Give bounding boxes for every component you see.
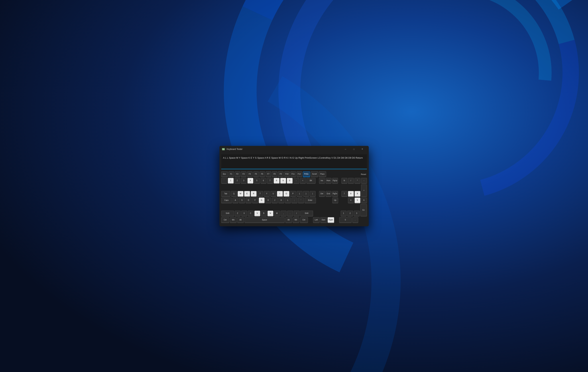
key-f12[interactable]: F12 [297,171,302,177]
key-num-8[interactable]: 8 [348,191,354,197]
key-f8[interactable]: F8 [272,171,277,177]
key-num-4[interactable]: 4 [348,198,354,203]
key-a[interactable]: A [232,198,238,203]
key-pagedown[interactable]: PgDn [332,191,338,197]
key-5[interactable]: 5 [254,178,260,184]
key-space[interactable]: Space [245,217,285,223]
key-win-right[interactable]: Wii [293,217,299,223]
key-tab[interactable]: Tab [221,191,230,197]
key-f[interactable]: F [252,198,258,203]
maximize-button[interactable]: □ [350,146,358,152]
key-quote[interactable]: ' [298,198,304,203]
key-shift-right[interactable]: Shift [300,211,313,216]
key-backtick[interactable]: ` [221,178,227,184]
key-f10[interactable]: F10 [284,171,290,177]
key-x[interactable]: X [241,211,247,216]
key-f9[interactable]: F9 [278,171,284,177]
key-z[interactable]: Z [235,211,241,216]
key-lbracket[interactable]: { [297,191,303,197]
key-num-multiply[interactable]: * [355,178,360,184]
key-right-arrow[interactable]: Right [328,217,334,223]
key-t[interactable]: T [257,191,263,197]
key-o[interactable]: O [284,191,289,197]
key-c[interactable]: C [248,211,254,216]
key-enter[interactable]: Enter [305,198,316,203]
key-4[interactable]: 4 [247,178,253,184]
key-period[interactable]: . [287,211,293,216]
key-num-enter[interactable]: En [360,204,367,216]
key-q[interactable]: Q [231,191,237,197]
key-f1[interactable]: F1 [229,171,234,177]
key-insert[interactable]: Ins [319,178,325,184]
key-u[interactable]: U [270,191,276,197]
key-num-0[interactable]: 0 [339,217,352,223]
key-3[interactable]: 3 [241,178,247,184]
key-num-6[interactable]: 6 [361,198,367,203]
key-num-5[interactable]: 5 [355,198,360,203]
minimize-button[interactable]: ─ [341,146,350,152]
key-e[interactable]: E [244,191,250,197]
key-f7[interactable]: F7 [266,171,271,177]
key-forwardslash[interactable]: / [294,211,300,216]
key-comma[interactable]: , [281,211,286,216]
key-s[interactable]: S [239,198,245,203]
key-num-2[interactable]: 2 [347,211,353,216]
key-win-left[interactable]: Wii [230,217,237,223]
key-rbracket[interactable]: } [303,191,309,197]
key-alt-right[interactable]: Alt [285,217,292,223]
key-v[interactable]: V [254,211,260,216]
key-pageup[interactable]: PgUp [332,178,338,184]
key-up-nav[interactable]: Up [332,198,338,203]
key-delete[interactable]: Del [319,191,325,197]
key-ctrl-left[interactable]: Ctrl [221,217,229,223]
key-6[interactable]: 6 [261,178,266,184]
key-f11[interactable]: F11 [290,171,296,177]
key-minus[interactable]: - [293,178,299,184]
key-pause[interactable]: Paus [319,171,326,177]
key-down-arrow[interactable]: Dwn [320,217,327,223]
key-0[interactable]: 0 [287,178,293,184]
key-y[interactable]: Y [264,191,270,197]
key-backslash[interactable]: | [310,191,315,197]
key-n[interactable]: N [267,211,273,216]
key-end[interactable]: End [326,191,331,197]
key-9[interactable]: 9 [280,178,286,184]
key-alt-left[interactable]: Alt [237,217,244,223]
key-left-arrow[interactable]: Left [313,217,320,223]
key-1[interactable]: 1 [228,178,234,184]
key-ctrl-right[interactable]: Ctrl [300,217,308,223]
key-i[interactable]: I [277,191,283,197]
key-2[interactable]: 2 [234,178,240,184]
key-j[interactable]: J [272,198,278,203]
key-b[interactable]: B [261,211,267,216]
key-capslock[interactable]: Caps [221,198,232,203]
key-semicolon[interactable]: ; [292,198,297,203]
reset-button[interactable]: Reset [360,171,367,177]
key-g[interactable]: G [259,198,265,203]
key-scrolllock[interactable]: Scroll [311,171,318,177]
key-w[interactable]: W [238,191,243,197]
key-num-9[interactable]: 9 [355,191,360,197]
key-esc[interactable]: Esc [221,171,228,177]
key-num-1[interactable]: 1 [341,211,346,216]
key-h[interactable]: H [265,198,271,203]
key-r[interactable]: R [251,191,257,197]
key-num-minus[interactable]: - [361,178,367,184]
key-m[interactable]: M [274,211,280,216]
key-f3[interactable]: F3 [241,171,246,177]
close-button[interactable]: ✕ [358,146,367,152]
key-equals[interactable]: = [300,178,306,184]
key-f6[interactable]: F6 [260,171,265,177]
key-f2[interactable]: F2 [235,171,240,177]
key-num-7[interactable]: 7 [341,191,347,197]
key-f4[interactable]: F4 [247,171,252,177]
key-num-n[interactable]: N [341,178,347,184]
key-backspace[interactable]: BK [306,178,315,184]
key-l[interactable]: L [285,198,291,203]
key-8[interactable]: 8 [274,178,280,184]
key-home[interactable]: Hom [326,178,331,184]
key-f5[interactable]: F5 [253,171,259,177]
key-k[interactable]: K [278,198,284,203]
key-num-plus[interactable]: + [361,184,367,197]
key-num-dot[interactable]: . [352,217,358,223]
